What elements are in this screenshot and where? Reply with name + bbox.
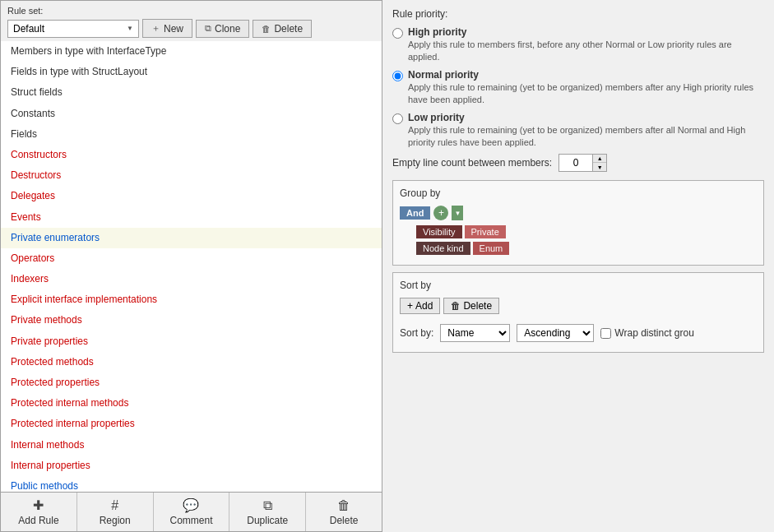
group-dropdown-button[interactable]: ▼ [452,206,463,220]
list-item[interactable]: Events [1,207,382,228]
node-kind-tag: Node kind [416,242,470,255]
duplicate-button[interactable]: ⧉ Duplicate [229,493,306,531]
list-item[interactable]: Private properties [1,331,382,352]
spin-up-button[interactable]: ▲ [593,155,606,163]
ruleset-value: Default [13,23,44,35]
new-button[interactable]: ＋ New [142,19,192,38]
list-item[interactable]: Struct fields [1,82,382,103]
list-item[interactable]: Fields [1,124,382,145]
list-item[interactable]: Private enumerators [1,228,382,248]
and-button[interactable]: And [400,206,430,220]
list-item[interactable]: Delegates [1,186,382,206]
sort-by-title: Sort by [400,280,757,291]
clone-button[interactable]: ⧉ Clone [196,20,249,38]
normal-priority-radio[interactable] [392,71,403,81]
low-priority-label[interactable]: Low priority [408,112,465,123]
ruleset-label: Rule set: [7,6,375,16]
sort-add-icon: + [407,300,413,312]
low-priority-desc: Apply this rule to remaining (yet to be … [408,124,764,150]
delete-button[interactable]: 🗑 Delete [253,20,312,38]
list-item[interactable]: Constructors [1,145,382,165]
normal-priority-desc: Apply this rule to remaining (yet to be … [408,81,764,107]
add-group-button[interactable]: + [433,206,448,220]
list-item[interactable]: Protected methods [1,352,382,372]
list-item[interactable]: Constants [1,104,382,124]
private-tag: Private [465,225,506,238]
ruleset-dropdown[interactable]: Default ▼ [7,20,139,38]
dropdown-arrow-icon: ▼ [127,25,133,32]
enum-tag: Enum [473,242,510,255]
list-item[interactable]: Private methods [1,310,382,331]
list-item[interactable]: Internal properties [1,456,382,476]
toolbar-delete-icon: 🗑 [337,498,350,513]
spin-down-button[interactable]: ▼ [593,163,606,171]
sort-add-button[interactable]: + Add [400,298,440,314]
empty-line-input[interactable] [559,155,592,170]
list-item[interactable]: Public methods [1,476,382,492]
group-tags-row2: Node kind Enum [416,242,757,255]
list-item[interactable]: Explicit interface implementations [1,289,382,310]
sort-name-select[interactable]: Name Visibility Node kind [440,324,510,342]
high-priority-radio[interactable] [392,28,403,39]
empty-line-label: Empty line count between members: [392,157,552,169]
list-item[interactable]: Protected internal properties [1,414,382,434]
add-rule-icon: ✚ [33,497,44,513]
list-item[interactable]: Indexers [1,269,382,289]
toolbar-delete-button[interactable]: 🗑 Delete [306,493,382,531]
low-priority-radio[interactable] [392,113,403,124]
sort-order-select[interactable]: Ascending Descending [517,324,594,342]
high-priority-desc: Apply this rule to members first, before… [408,39,764,64]
priority-label: Rule priority: [392,8,764,20]
duplicate-icon: ⧉ [263,498,272,513]
high-priority-label[interactable]: High priority [408,26,466,38]
rules-list: Members in type with InterfaceTypeFields… [1,41,382,492]
wrap-distinct-label[interactable]: Wrap distinct grou [600,327,694,339]
list-item[interactable]: Protected properties [1,372,382,393]
region-icon: # [111,498,118,513]
list-item[interactable]: Protected internal methods [1,393,382,414]
comment-button[interactable]: 💬 Comment [154,493,230,531]
normal-priority-label[interactable]: Normal priority [408,69,479,81]
group-by-title: Group by [400,187,757,199]
comment-icon: 💬 [183,497,199,513]
list-item[interactable]: Destructors [1,165,382,186]
list-item[interactable]: Operators [1,248,382,269]
group-tags-row1: Visibility Private [416,225,757,238]
sort-by-row-label: Sort by: [400,327,433,339]
clone-icon: ⧉ [205,23,211,34]
wrap-distinct-checkbox[interactable] [600,328,611,339]
sort-delete-button[interactable]: 🗑 Delete [443,298,499,314]
list-item[interactable]: Internal methods [1,435,382,456]
new-icon: ＋ [151,22,160,35]
list-item[interactable]: Fields in type with StructLayout [1,62,382,82]
list-item[interactable]: Members in type with InterfaceType [1,41,382,62]
sort-delete-icon: 🗑 [451,300,461,312]
add-rule-button[interactable]: ✚ Add Rule [1,493,77,531]
visibility-tag: Visibility [416,225,462,238]
delete-icon: 🗑 [262,24,271,34]
empty-line-counter[interactable]: ▲ ▼ [558,154,607,172]
region-button[interactable]: # Region [77,493,154,531]
